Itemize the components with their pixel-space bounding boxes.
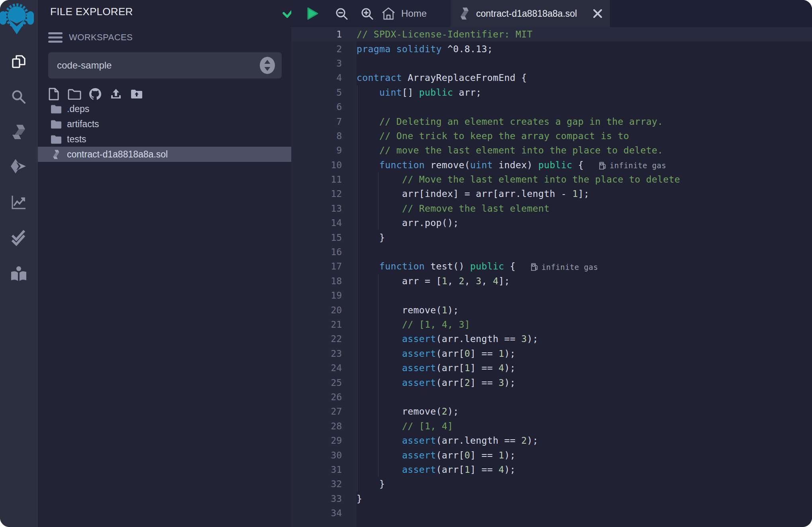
- gas-label: infinite gas: [541, 263, 598, 271]
- code-line: 10 function remove(uint index) public {i…: [291, 158, 812, 172]
- code-text: // move the last element into the place …: [357, 145, 663, 155]
- indent-guide: [378, 288, 379, 303]
- sidebar-solidity-compiler-icon[interactable]: [0, 119, 37, 145]
- code-text: // [1, 4, 3]: [357, 319, 470, 330]
- tree-item-label: .deps: [67, 104, 89, 114]
- line-number: 11: [291, 174, 357, 185]
- code-line: 16: [291, 245, 812, 259]
- code-text: // Remove the last element: [357, 203, 549, 214]
- line-number: 27: [291, 406, 357, 417]
- code-line: 17 function test() public {infinite gas: [291, 259, 812, 273]
- icon-sidebar: [0, 0, 37, 527]
- solidity-file-icon: [459, 7, 470, 20]
- code-line: 28 // [1, 4]: [291, 419, 812, 433]
- code-line: 5 uint[] public arr;: [291, 85, 812, 100]
- line-number: 15: [291, 232, 357, 243]
- line-number: 21: [291, 319, 357, 330]
- sidebar-deploy-run-icon[interactable]: [0, 154, 37, 180]
- tree-item-tests[interactable]: tests: [38, 132, 291, 147]
- code-line: 15 }: [291, 230, 812, 244]
- line-number: 25: [291, 378, 357, 388]
- sidebar-unit-testing-icon[interactable]: [0, 224, 37, 250]
- line-number: 12: [291, 189, 357, 199]
- close-tab-icon[interactable]: [592, 8, 603, 19]
- line-number: 2: [291, 44, 357, 54]
- code-text: assert(arr[0] == 1);: [357, 348, 516, 359]
- code-text: remove(2);: [357, 406, 459, 417]
- run-script-button[interactable]: [301, 0, 323, 27]
- workspace-name: code-sample: [57, 60, 112, 71]
- workspaces-menu-icon[interactable]: [48, 32, 63, 43]
- upload-folder-icon[interactable]: [129, 87, 144, 101]
- tree-item-artifacts[interactable]: artifacts: [38, 116, 291, 132]
- code-text: function test() public {infinite gas: [357, 261, 598, 271]
- code-line: 8 // One trick to keep the array compact…: [291, 129, 812, 143]
- code-line: 27 remove(2);: [291, 404, 812, 419]
- line-number: 4: [291, 73, 357, 83]
- remix-ide-window: FILE EXPLORER WORKSPACES code-sample: [0, 0, 812, 527]
- code-editor[interactable]: 1// SPDX-License-Identifier: MIT2pragma …: [291, 27, 812, 527]
- line-number: 30: [291, 450, 357, 460]
- indent-guide: [357, 288, 358, 303]
- tab-home-label: Home: [401, 8, 427, 19]
- zoom-out-button[interactable]: [330, 0, 353, 27]
- sidebar-file-explorer-icon[interactable]: [0, 49, 37, 75]
- indent-guide: [357, 100, 358, 114]
- create-file-icon[interactable]: [47, 87, 61, 101]
- gas-label: infinite gas: [610, 161, 666, 170]
- code-text: }: [357, 232, 385, 243]
- code-text: assert(arr[0] == 1);: [357, 450, 516, 460]
- sidebar-learneth-icon[interactable]: [0, 262, 37, 287]
- code-text: uint[] public arr;: [357, 87, 481, 98]
- editor-tab-bar: Home contract-d1a8818a8a.sol: [291, 0, 812, 27]
- tab-home[interactable]: Home: [381, 0, 427, 27]
- sidebar-analytics-icon[interactable]: [0, 189, 37, 215]
- code-line: 20 remove(1);: [291, 303, 812, 317]
- code-text: }: [357, 479, 385, 489]
- code-line: 26: [291, 390, 812, 404]
- sidebar-search-icon[interactable]: [0, 84, 37, 110]
- line-number: 7: [291, 116, 357, 127]
- code-line: 23 assert(arr[0] == 1);: [291, 346, 812, 361]
- create-folder-icon[interactable]: [67, 87, 82, 101]
- tree-item--deps[interactable]: .deps: [38, 101, 291, 116]
- code-line: 29 assert(arr.length == 2);: [291, 433, 812, 448]
- zoom-in-button[interactable]: [356, 0, 378, 27]
- code-text: assert(arr[2] == 3);: [357, 378, 516, 388]
- line-number: 13: [291, 203, 357, 214]
- tree-item-label: artifacts: [67, 119, 99, 130]
- code-text: // [1, 4]: [357, 421, 453, 431]
- code-line: 13 // Remove the last element: [291, 201, 812, 216]
- tab-contract-file[interactable]: contract-d1a8818a8a.sol: [451, 0, 610, 27]
- folder-icon: [51, 104, 62, 114]
- line-number: 16: [291, 247, 357, 257]
- line-number: 17: [291, 261, 357, 271]
- upload-file-icon[interactable]: [109, 87, 123, 101]
- tree-item-contract-d1a8818a8a-sol[interactable]: contract-d1a8818a8a.sol: [38, 147, 291, 162]
- code-text: pragma solidity ^0.8.13;: [357, 44, 493, 54]
- file-explorer-panel: FILE EXPLORER WORKSPACES code-sample: [38, 0, 291, 527]
- code-text: // Move the last element into the place …: [357, 174, 680, 185]
- workspace-select-spinner-icon[interactable]: [259, 57, 275, 74]
- code-line: 6: [291, 100, 812, 114]
- indent-guide: [378, 390, 379, 404]
- code-text: arr[index] = arr[arr.length - 1];: [357, 189, 589, 199]
- line-number: 24: [291, 363, 357, 373]
- code-line: 11 // Move the last element into the pla…: [291, 172, 812, 187]
- line-number: 22: [291, 334, 357, 344]
- folder-icon: [51, 120, 62, 129]
- line-number: 26: [291, 392, 357, 402]
- line-number: 34: [291, 508, 357, 518]
- line-number: 14: [291, 218, 357, 228]
- code-line: 31 assert(arr[1] == 4);: [291, 462, 812, 477]
- code-text: // SPDX-License-Identifier: MIT: [357, 29, 533, 39]
- clone-github-icon[interactable]: [88, 87, 102, 101]
- remix-logo-icon[interactable]: [0, 0, 34, 37]
- file-tree: .depsartifactstestscontract-d1a8818a8a.s…: [38, 101, 291, 162]
- line-number: 3: [291, 58, 357, 69]
- workspace-select[interactable]: code-sample: [48, 52, 282, 79]
- code-line: 24 assert(arr[1] == 4);: [291, 361, 812, 375]
- line-number: 8: [291, 131, 357, 141]
- code-text: arr.pop();: [357, 218, 459, 228]
- tree-item-label: contract-d1a8818a8a.sol: [67, 149, 168, 160]
